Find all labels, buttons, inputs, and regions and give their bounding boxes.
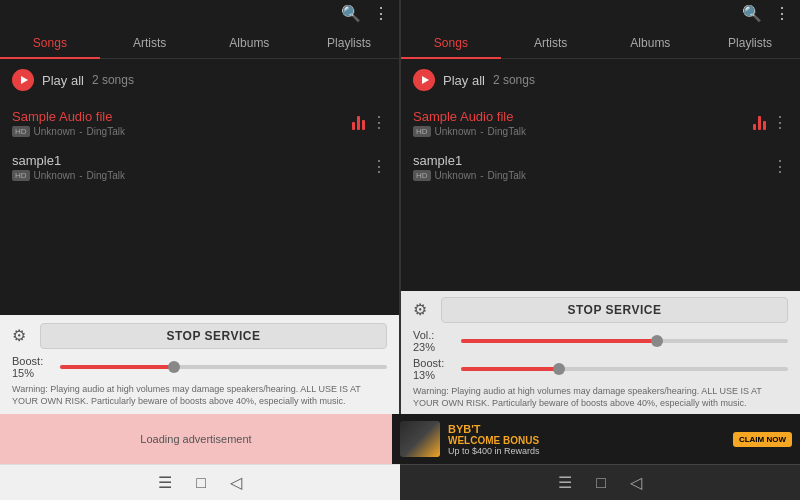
right-song-1-title: Sample Audio file [413,109,753,124]
left-content: Play all 2 songs Sample Audio file HD Un… [0,59,399,315]
left-tabs: Songs Artists Albums Playlists [0,28,399,59]
left-tab-artists[interactable]: Artists [100,28,200,58]
right-stop-service-button[interactable]: STOP SERVICE [441,297,788,323]
right-warning-text: Warning: Playing audio at high volumes m… [413,385,788,410]
right-tabs: Songs Artists Albums Playlists [401,28,800,59]
left-play-all-label: Play all [42,73,84,88]
left-play-all-button[interactable] [12,69,34,91]
left-boost-slider[interactable] [60,365,387,369]
right-song-1-controls: ⋮ [753,115,788,131]
left-song-1-source: DingTalk [87,126,125,137]
left-equalizer-icon [352,116,365,130]
right-boost-row: Boost: 13% [413,357,788,381]
left-song-1-more[interactable]: ⋮ [371,115,387,131]
left-song-2-controls: ⋮ [371,159,387,175]
left-nav: ☰ □ ◁ [0,464,400,500]
right-song-item-2[interactable]: sample1 HD Unknown - DingTalk ⋮ [401,145,800,189]
right-song-2-more[interactable]: ⋮ [772,159,788,175]
ad-subtitle: Up to $400 in Rewards [448,446,725,456]
left-warning-text: Warning: Playing audio at high volumes m… [12,383,387,408]
right-equalizer-icon [753,116,766,130]
left-song-2-more[interactable]: ⋮ [371,159,387,175]
left-play-all-row: Play all 2 songs [0,59,399,101]
ad-loading-text: Loading advertisement [140,433,251,445]
ad-right-section[interactable]: BYB'T WELCOME BONUS Up to $400 in Reward… [392,414,800,464]
ad-banner: Loading advertisement BYB'T WELCOME BONU… [0,414,800,464]
right-song-1-source: DingTalk [488,126,526,137]
right-service-row: ⚙ STOP SERVICE [413,297,788,323]
ad-left-section: Loading advertisement [0,414,392,464]
left-song-2-source: DingTalk [87,170,125,181]
right-play-all-row: Play all 2 songs [401,59,800,101]
right-song-2-controls: ⋮ [772,159,788,175]
right-vol-label: Vol.: 23% [413,329,453,353]
right-more-icon[interactable]: ⋮ [774,6,790,22]
left-service-row: ⚙ STOP SERVICE [12,323,387,349]
left-nav-back-icon[interactable]: ◁ [230,473,242,492]
right-phone-panel: 🔍 ⋮ Songs Artists Albums Playlists Play … [400,0,800,414]
left-bottom-controls: ⚙ STOP SERVICE Boost: 15% Warning: Playi… [0,315,399,414]
right-song-1-hd: HD [413,126,431,137]
right-content: Play all 2 songs Sample Audio file HD Un… [401,59,800,291]
right-boost-label: Boost: 13% [413,357,453,381]
left-more-icon[interactable]: ⋮ [373,6,389,22]
left-song-item-1[interactable]: Sample Audio file HD Unknown - DingTalk … [0,101,399,145]
left-song-item-2[interactable]: sample1 HD Unknown - DingTalk ⋮ [0,145,399,189]
right-bottom-controls: ⚙ STOP SERVICE Vol.: 23% Boost: 13% [401,291,800,414]
left-tab-songs[interactable]: Songs [0,28,100,58]
right-tab-songs[interactable]: Songs [401,28,501,58]
right-song-1-info: Sample Audio file HD Unknown - DingTalk [413,109,753,137]
left-nav-menu-icon[interactable]: ☰ [158,473,172,492]
right-nav-back-icon[interactable]: ◁ [630,473,642,492]
right-play-all-button[interactable] [413,69,435,91]
left-nav-home-icon[interactable]: □ [196,474,206,492]
left-tab-playlists[interactable]: Playlists [299,28,399,58]
right-tab-albums[interactable]: Albums [601,28,701,58]
ad-text-block: BYB'T WELCOME BONUS Up to $400 in Reward… [448,423,725,456]
right-settings-icon[interactable]: ⚙ [413,300,433,320]
right-tab-artists[interactable]: Artists [501,28,601,58]
right-song-2-title: sample1 [413,153,772,168]
right-song-2-meta: HD Unknown - DingTalk [413,170,772,181]
right-vol-row: Vol.: 23% [413,329,788,353]
left-phone-panel: 🔍 ⋮ Songs Artists Albums Playlists Play … [0,0,400,414]
left-song-1-title: Sample Audio file [12,109,352,124]
right-song-item-1[interactable]: Sample Audio file HD Unknown - DingTalk … [401,101,800,145]
left-tab-albums[interactable]: Albums [200,28,300,58]
left-top-bar: 🔍 ⋮ [0,0,399,28]
right-vol-slider[interactable] [461,339,788,343]
bybit-logo: BYB'T [448,423,725,435]
right-boost-slider[interactable] [461,367,788,371]
ad-image [400,421,440,457]
right-song-1-artist: Unknown [435,126,477,137]
nav-bar: ☰ □ ◁ ☰ □ ◁ [0,464,800,500]
right-search-icon[interactable]: 🔍 [742,6,762,22]
ad-claim-button[interactable]: CLAIM NOW [733,432,792,447]
left-song-1-controls: ⋮ [352,115,387,131]
right-song-2-info: sample1 HD Unknown - DingTalk [413,153,772,181]
right-play-all-label: Play all [443,73,485,88]
left-song-1-hd: HD [12,126,30,137]
left-song-2-title: sample1 [12,153,371,168]
left-song-1-artist: Unknown [34,126,76,137]
left-song-1-info: Sample Audio file HD Unknown - DingTalk [12,109,352,137]
left-boost-row: Boost: 15% [12,355,387,379]
right-tab-playlists[interactable]: Playlists [700,28,800,58]
ad-title: WELCOME BONUS [448,435,725,446]
left-stop-service-button[interactable]: STOP SERVICE [40,323,387,349]
right-top-bar: 🔍 ⋮ [401,0,800,28]
left-song-2-hd: HD [12,170,30,181]
right-nav-menu-icon[interactable]: ☰ [558,473,572,492]
left-search-icon[interactable]: 🔍 [341,6,361,22]
left-play-all-count: 2 songs [92,73,134,87]
left-song-2-info: sample1 HD Unknown - DingTalk [12,153,371,181]
right-song-1-meta: HD Unknown - DingTalk [413,126,753,137]
left-song-2-meta: HD Unknown - DingTalk [12,170,371,181]
right-nav: ☰ □ ◁ [400,464,800,500]
left-settings-icon[interactable]: ⚙ [12,326,32,346]
left-boost-label: Boost: 15% [12,355,52,379]
left-song-1-meta: HD Unknown - DingTalk [12,126,352,137]
left-song-2-artist: Unknown [34,170,76,181]
right-song-1-more[interactable]: ⋮ [772,115,788,131]
right-nav-home-icon[interactable]: □ [596,474,606,492]
